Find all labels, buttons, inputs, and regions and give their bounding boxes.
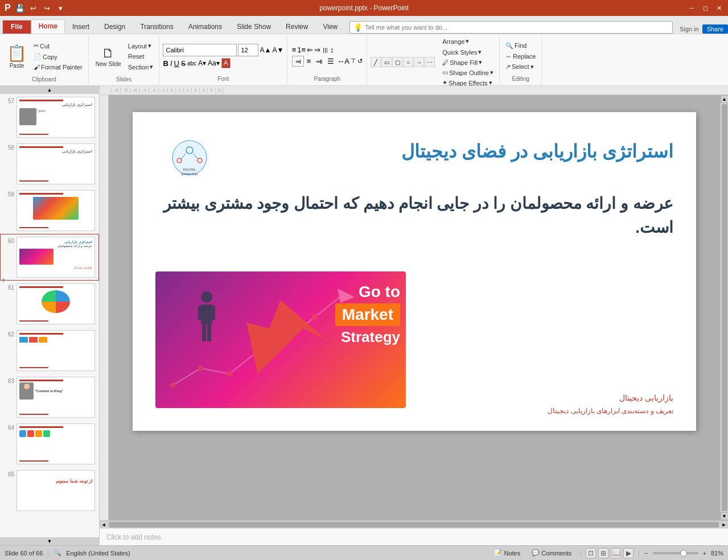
search-input[interactable] bbox=[365, 24, 669, 31]
shape-outline-button[interactable]: ▭ Shape Outline ▾ bbox=[440, 68, 496, 77]
slide-item-65[interactable]: ✦ 65 از توجه شما ممنونم bbox=[0, 467, 99, 514]
notes-input-area[interactable]: Click to add notes bbox=[100, 528, 728, 545]
justify-button[interactable]: ☰ bbox=[326, 56, 336, 66]
tab-transitions[interactable]: Transitions bbox=[133, 20, 180, 34]
shape-rect-btn[interactable]: ▭ bbox=[381, 57, 392, 67]
tab-review[interactable]: Review bbox=[278, 20, 315, 34]
slide-thumb-65[interactable]: از توجه شما ممنونم bbox=[17, 470, 95, 511]
tab-home[interactable]: Home bbox=[31, 19, 65, 34]
restore-button[interactable]: ◻ bbox=[701, 3, 710, 13]
layout-button[interactable]: Layout ▾ bbox=[126, 41, 156, 51]
minimize-button[interactable]: ─ bbox=[687, 3, 696, 13]
normal-view-button[interactable]: ⊡ bbox=[586, 548, 596, 558]
align-center-button[interactable]: ≡ bbox=[305, 56, 313, 66]
align-left-button[interactable]: ⫤ bbox=[292, 56, 304, 67]
zoom-slider[interactable] bbox=[653, 552, 698, 554]
quick-styles-button[interactable]: Quick Styles ▾ bbox=[440, 47, 496, 57]
slide-thumb-57[interactable]: استراتژی بازاریابی محتوا bbox=[17, 97, 95, 138]
comments-button[interactable]: 💬 Comments bbox=[528, 549, 575, 557]
font-color-button[interactable]: A▾ bbox=[198, 59, 206, 67]
slide-thumb-58[interactable]: استراتژی بازاریابی bbox=[17, 143, 95, 184]
scroll-down-button[interactable]: ▼ bbox=[721, 512, 729, 520]
shape-more-btn[interactable]: ⋯ bbox=[425, 57, 435, 67]
shape-line-btn[interactable]: ╱ bbox=[371, 57, 381, 67]
scroll-left-button[interactable]: ◄ bbox=[100, 521, 108, 529]
save-button[interactable]: 💾 bbox=[14, 2, 26, 14]
slide-panel-scroll-bottom[interactable]: ▼ bbox=[0, 537, 99, 545]
tab-animations[interactable]: Animations bbox=[181, 20, 229, 34]
zoom-in-button[interactable]: + bbox=[703, 550, 706, 557]
customize-qat-button[interactable]: ▾ bbox=[55, 2, 67, 14]
slide-thumb-62[interactable] bbox=[17, 330, 95, 371]
scroll-right-button[interactable]: ► bbox=[720, 521, 728, 529]
shape-roundrect-btn[interactable]: ▢ bbox=[392, 57, 402, 67]
paste-button[interactable]: 📋 Paste bbox=[3, 36, 30, 76]
slide-panel-scroll-top[interactable]: ▲ bbox=[0, 86, 99, 94]
slide-item-64[interactable]: ✦ 64 bbox=[0, 421, 99, 467]
reading-view-button[interactable]: 📖 bbox=[611, 548, 621, 558]
replace-button[interactable]: ↔ Replace bbox=[503, 52, 538, 61]
line-spacing-button[interactable]: ↕ bbox=[330, 46, 334, 54]
decrease-indent-button[interactable]: ⇐ bbox=[307, 46, 313, 54]
tab-design[interactable]: Design bbox=[97, 20, 133, 34]
decrease-font-button[interactable]: A▼ bbox=[272, 46, 283, 54]
tab-view[interactable]: View bbox=[315, 20, 345, 34]
text-direction-button[interactable]: ↔A bbox=[337, 57, 349, 65]
accessibility-button[interactable]: 🔍 bbox=[54, 549, 61, 557]
shape-oval-btn[interactable]: ○ bbox=[403, 57, 413, 67]
slide-item-60[interactable]: 60 استراتژی بازاریابی عرضه و ارائه محصول… bbox=[0, 234, 99, 281]
scroll-track-v[interactable] bbox=[722, 104, 727, 511]
share-button[interactable]: Share bbox=[702, 24, 728, 34]
underline-button[interactable]: U bbox=[174, 59, 179, 68]
scroll-up-arrow[interactable]: ▲ bbox=[47, 87, 52, 93]
align-right-button[interactable]: ⫥ bbox=[314, 56, 324, 66]
numbered-list-button[interactable]: 1≡ bbox=[297, 46, 306, 54]
zoom-thumb[interactable] bbox=[680, 550, 687, 557]
bold-button[interactable]: B bbox=[163, 59, 168, 68]
italic-button[interactable]: I bbox=[170, 59, 172, 68]
new-slide-button[interactable]: 🗋 New Slide bbox=[92, 36, 125, 76]
highlight-button[interactable]: Aa▾ bbox=[208, 59, 220, 67]
slide-item-57[interactable]: 57 استراتژی بازاریابی محتوا bbox=[0, 94, 99, 141]
shape-fill-button[interactable]: 🖊 Shape Fill ▾ bbox=[440, 57, 496, 67]
reset-button[interactable]: Reset bbox=[126, 52, 156, 61]
redo-button[interactable]: ↪ bbox=[42, 2, 53, 14]
notes-button[interactable]: 📝 Notes bbox=[491, 549, 524, 557]
slide-thumb-63[interactable]: "Content is King" bbox=[17, 377, 95, 418]
scroll-track-h[interactable] bbox=[109, 522, 719, 528]
cut-button[interactable]: ✂ Cut bbox=[31, 41, 85, 51]
find-button[interactable]: 🔍 Find bbox=[503, 41, 538, 51]
slide-item-62[interactable]: ✦ 62 bbox=[0, 327, 99, 374]
increase-indent-button[interactable]: ⇒ bbox=[314, 46, 320, 54]
scroll-up-button[interactable]: ▲ bbox=[721, 95, 729, 103]
slide-thumb-59[interactable] bbox=[17, 190, 95, 231]
close-button[interactable]: ✕ bbox=[714, 3, 723, 13]
font-name-input[interactable]: Calibri bbox=[163, 44, 237, 56]
zoom-out-button[interactable]: − bbox=[644, 550, 648, 557]
font-color-swatch[interactable]: A bbox=[221, 58, 231, 68]
column-button[interactable]: ⫼ bbox=[322, 46, 329, 54]
shape-arrow-btn[interactable]: → bbox=[414, 57, 424, 67]
align-text-button[interactable]: ⊤ bbox=[351, 57, 356, 65]
tell-me-searchbar[interactable]: 💡 bbox=[349, 21, 673, 34]
bullets-button[interactable]: ≡ bbox=[292, 46, 297, 54]
scroll-down-arrow[interactable]: ▼ bbox=[47, 538, 52, 544]
slide-thumb-61[interactable] bbox=[17, 283, 95, 324]
shadow-button[interactable]: abc bbox=[187, 60, 196, 67]
copy-button[interactable]: 📄 Copy bbox=[31, 52, 85, 61]
slide-item-61[interactable]: ✦ 61 bbox=[0, 281, 99, 327]
sign-in-button[interactable]: Sign in bbox=[680, 26, 699, 32]
tab-slideshow[interactable]: Slide Show bbox=[229, 20, 278, 34]
slide-item-58[interactable]: 58 استراتژی بازاریابی bbox=[0, 141, 99, 187]
strikethrough-button[interactable]: S̶ bbox=[181, 59, 186, 68]
slideshow-button[interactable]: ▶ bbox=[623, 548, 634, 558]
arrange-button[interactable]: Arrange ▾ bbox=[440, 36, 496, 46]
increase-font-button[interactable]: A▲ bbox=[260, 46, 271, 54]
slide-item-63[interactable]: ✦ 63 "Content is King" bbox=[0, 374, 99, 421]
tab-file[interactable]: File bbox=[2, 20, 31, 34]
smartart-button[interactable]: ↺ bbox=[357, 57, 363, 65]
slide-thumb-64[interactable] bbox=[17, 423, 95, 464]
section-button[interactable]: Section ▾ bbox=[126, 62, 156, 72]
slide-page[interactable]: DIGITAL MARKETING استراتژی بازاریابی در … bbox=[133, 112, 696, 431]
slide-sorter-button[interactable]: ⊞ bbox=[598, 548, 608, 558]
